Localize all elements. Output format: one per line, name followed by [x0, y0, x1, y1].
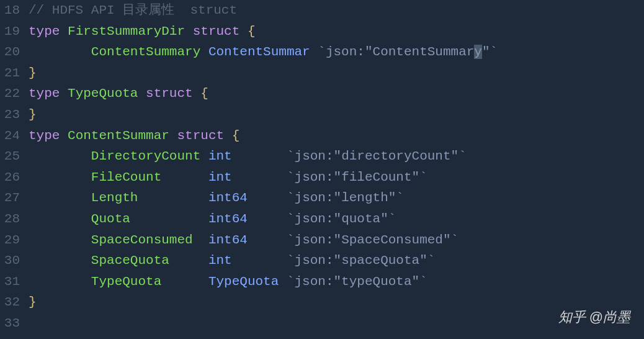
open-brace: { [200, 86, 208, 101]
struct-tag: `json:"quota"` [287, 212, 396, 226]
watermark: 知乎 @尚墨 [558, 306, 630, 328]
indent [29, 253, 91, 268]
keyword-struct: struct [146, 86, 193, 101]
close-brace: } [29, 66, 37, 80]
indent [29, 212, 91, 226]
line-number: 27 [0, 188, 20, 209]
type-ref: int [208, 253, 256, 268]
type-ref: ContentSummar [208, 45, 310, 59]
struct-tag: `json:"length"` [287, 191, 404, 205]
code-line: SpaceConsumed int64 `json:"SpaceConsumed… [29, 230, 644, 251]
type-name: FirstSummaryDir [68, 24, 185, 38]
code-line: type TypeQuota struct { [29, 83, 644, 104]
line-number-gutter: 18 19 20 21 22 23 24 25 26 27 28 29 30 3… [0, 0, 25, 339]
code-line: } [29, 63, 644, 84]
line-number: 26 [0, 167, 20, 188]
line-number: 24 [0, 125, 20, 147]
line-number: 33 [0, 313, 20, 334]
line-number: 29 [0, 230, 20, 251]
indent [29, 233, 91, 247]
struct-tag: `json:"ContentSummary"` [318, 45, 498, 59]
line-number: 18 [0, 0, 20, 21]
indent [29, 191, 91, 205]
watermark-brand: 知乎 [558, 309, 586, 325]
at-symbol: @ [589, 309, 603, 325]
code-line: ContentSummary ContentSummar `json:"Cont… [29, 42, 644, 63]
struct-tag: `json:"SpaceConsumed"` [287, 233, 458, 247]
line-number: 25 [0, 146, 20, 167]
code-line: Length int64 `json:"length"` [29, 188, 644, 209]
type-ref: int [208, 149, 256, 163]
keyword-type: type [29, 86, 60, 101]
field-name: DirectoryCount [91, 149, 200, 163]
close-brace: } [29, 107, 37, 122]
code-line: } [29, 292, 644, 313]
keyword-type: type [29, 24, 60, 38]
keyword-struct: struct [177, 129, 224, 143]
type-name: TypeQuota [68, 86, 138, 101]
watermark-user: 尚墨 [603, 309, 630, 325]
struct-tag: `json:"typeQuota"` [287, 274, 427, 289]
code-line: SpaceQuota int `json:"spaceQuota"` [29, 250, 644, 271]
indent [29, 45, 91, 59]
code-content[interactable]: // HDFS API 目录属性 struct type FirstSummar… [25, 0, 644, 339]
keyword-struct: struct [193, 24, 240, 38]
line-number: 21 [0, 63, 20, 84]
field-name: Quota [91, 212, 200, 226]
field-name: FileCount [91, 170, 200, 184]
field-name: Length [91, 191, 200, 205]
open-brace: { [248, 24, 256, 38]
code-line: // HDFS API 目录属性 struct [29, 0, 644, 21]
line-number: 30 [0, 250, 20, 271]
field-name: SpaceQuota [91, 253, 200, 268]
type-ref: int64 [208, 233, 256, 247]
code-line: type FirstSummaryDir struct { [29, 21, 644, 42]
close-brace: } [29, 295, 37, 309]
line-number: 32 [0, 292, 20, 313]
struct-tag: `json:"spaceQuota"` [287, 253, 435, 268]
line-number: 28 [0, 209, 20, 230]
code-line [29, 313, 644, 334]
code-line: } [29, 104, 644, 125]
struct-tag: `json:"directoryCount"` [287, 149, 467, 163]
open-brace: { [232, 129, 240, 143]
line-number: 20 [0, 42, 20, 63]
field-name: SpaceConsumed [91, 233, 200, 247]
type-ref: int64 [208, 191, 256, 205]
comment-text: // HDFS API 目录属性 struct [29, 3, 237, 17]
line-number: 19 [0, 21, 20, 42]
line-number: 23 [0, 104, 20, 125]
cursor-position: y [474, 45, 482, 59]
struct-tag: `json:"fileCount"` [287, 170, 427, 184]
type-ref: int [208, 170, 256, 184]
code-line: DirectoryCount int `json:"directoryCount… [29, 146, 644, 167]
indent [29, 149, 91, 163]
indent [29, 170, 91, 184]
type-name: ContentSummar [68, 129, 169, 143]
type-ref: TypeQuota [208, 274, 279, 289]
indent [29, 274, 91, 289]
keyword-type: type [29, 129, 60, 143]
field-name: TypeQuota [91, 274, 200, 289]
type-ref: int64 [208, 212, 256, 226]
code-line: type ContentSummar struct { [29, 125, 644, 147]
line-number: 22 [0, 83, 20, 104]
code-editor[interactable]: 18 19 20 21 22 23 24 25 26 27 28 29 30 3… [0, 0, 644, 339]
code-line: Quota int64 `json:"quota"` [29, 209, 644, 230]
line-number: 31 [0, 271, 20, 292]
field-name: ContentSummary [91, 45, 200, 59]
code-line: FileCount int `json:"fileCount"` [29, 167, 644, 188]
code-line: TypeQuota TypeQuota `json:"typeQuota"` [29, 271, 644, 292]
